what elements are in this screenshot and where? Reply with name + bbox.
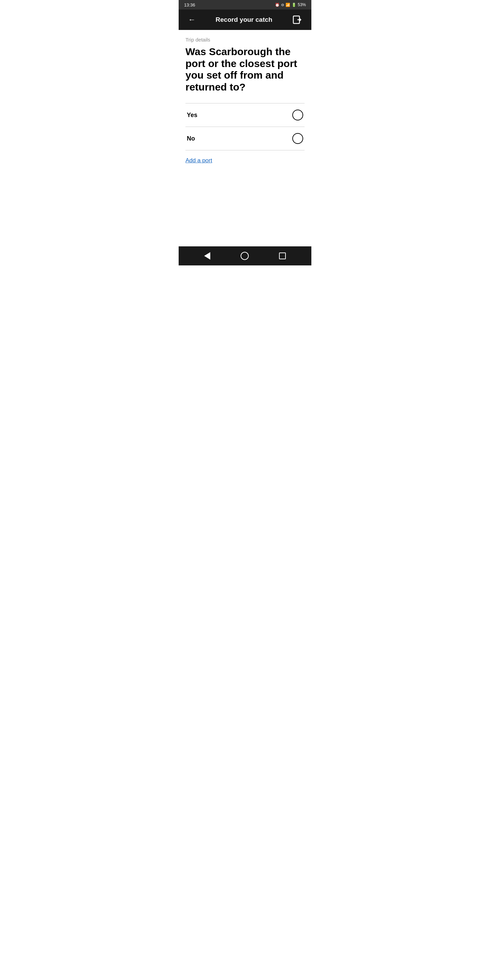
status-time: 13:36 [184, 2, 195, 8]
main-content: Trip details Was Scarborough the port or… [179, 30, 311, 247]
bottom-divider [185, 150, 305, 150]
option-yes-radio[interactable] [292, 110, 303, 121]
bottom-recent-button[interactable] [276, 250, 288, 262]
option-yes-label: Yes [187, 111, 197, 119]
add-port-link[interactable]: Add a port [185, 157, 212, 164]
status-icons: ⏰ ⊖ 📶 🔋 53% [275, 2, 306, 7]
section-label: Trip details [185, 37, 305, 43]
back-triangle-icon [204, 252, 210, 259]
home-circle-icon [240, 252, 249, 260]
bottom-home-button[interactable] [238, 249, 251, 263]
page-title: Record your catch [198, 16, 290, 24]
signal-icon: 📶 [285, 3, 290, 7]
exit-button[interactable] [290, 12, 305, 27]
question-text: Was Scarborough the port or the closest … [185, 46, 305, 93]
exit-icon [292, 15, 302, 24]
status-bar: 13:36 ⏰ ⊖ 📶 🔋 53% [179, 0, 311, 10]
option-no-label: No [187, 135, 195, 142]
bottom-back-button[interactable] [202, 250, 213, 262]
nav-bar: ← Record your catch [179, 10, 311, 30]
alarm-icon: ⏰ [275, 3, 280, 7]
bottom-nav [179, 247, 311, 266]
back-button[interactable]: ← [185, 13, 198, 27]
back-arrow-icon: ← [188, 15, 196, 24]
option-yes[interactable]: Yes [185, 103, 305, 127]
dnd-icon: ⊖ [281, 3, 284, 7]
battery-percent: 53% [298, 2, 306, 7]
recent-square-icon [279, 253, 286, 259]
battery-icon: 🔋 [292, 3, 296, 7]
option-no[interactable]: No [185, 127, 305, 150]
option-no-radio[interactable] [292, 133, 303, 144]
